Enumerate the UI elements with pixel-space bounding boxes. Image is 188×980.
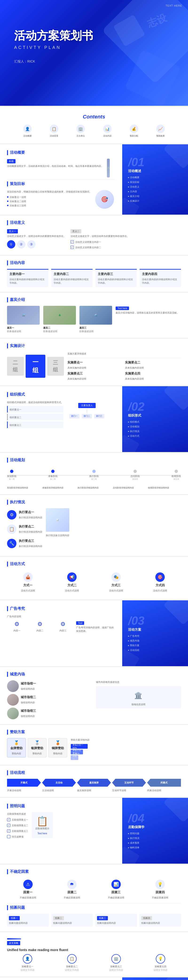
liucheng-flow: 开幕式 主活动 嘉宾致辞 互动环节 闭幕式 xyxy=(7,779,181,787)
shishi-point-4: 实施要点四 具体实施内容说明 xyxy=(125,371,181,380)
guest-grid: 🏙️ 嘉宾一 职务描述说明 🌲 嘉宾二 职务描述说明 🌊 嘉宾三 职务描述说明 … xyxy=(7,306,181,333)
shishi-pt1-title: 实施要点一 xyxy=(67,360,123,364)
contents-icon-2: 📋 xyxy=(50,124,58,133)
zanzu-text: 赞助方案详情内容 xyxy=(71,738,89,741)
gear-icon-1: ⚙ xyxy=(14,621,19,627)
method-text-4: 活动方式说明 xyxy=(142,589,179,592)
flow-label-2: 主活动 xyxy=(45,781,73,784)
content-block-1: 主要内容一 活动主要内容的详细说明和介绍文字内容。 xyxy=(7,269,48,287)
zanzu-two-col: 🥇 金牌赞助 赞助内容 🥈 银牌赞助 赞助内容 🥉 铜牌赞助 赞助内容 赞助方案… xyxy=(7,738,181,760)
pizhi-label-1: 策略要点一 xyxy=(22,965,33,968)
city-desc-2: 场馆说明内容 xyxy=(21,701,36,704)
panel-title-2: 组织形式 xyxy=(128,414,182,418)
tool-here-label: Tool here xyxy=(116,307,129,310)
method-icon-4: 🎯 xyxy=(155,573,165,582)
recruit-text-4: 招募问题说明内容 xyxy=(141,921,179,925)
city-name-2: 城市场馆二 xyxy=(21,695,36,699)
sponsor-text-3: 赞助内容 xyxy=(51,752,65,755)
flow-label-1: 开幕式 xyxy=(10,781,38,784)
uncertain-title-1: 因素一 xyxy=(9,890,47,894)
uncertain-item-3: 📊 因素三 不确定因素说明 xyxy=(95,878,137,901)
guest-tool-col: Tool here 嘉宾介绍详细内容，说明各位嘉宾的背景和主要经历及贡献。 xyxy=(116,306,181,333)
houqin-ct-1: 后勤保障要点一 xyxy=(12,818,28,822)
zanzu-bar-label-3: 资金占比三 25% xyxy=(73,752,78,763)
city-img-1 xyxy=(7,680,19,692)
slide-main-content: 活动内容 主要内容一 活动主要内容的详细说明和介绍文字内容。 主要内容二 活动主… xyxy=(0,256,188,292)
pizhi-icon-row: 👤 策略要点一 说明文字内容 📋 策略要点二 说明文字内容 🏢 策略要点三 说明… xyxy=(7,954,181,972)
mubiao-point2: 目标要点二说明 xyxy=(10,200,26,203)
city-desc-3: 场馆说明内容 xyxy=(21,714,36,718)
timeline-step-2: 准备阶段 第二周 xyxy=(48,470,57,480)
exec-detail-3: 执行要点三 执行情况详细说明内容 xyxy=(19,539,42,548)
zuzhi-point-2: 组织要点二 xyxy=(7,414,64,420)
zuzhi-pt3: 组织要点三 xyxy=(10,424,21,426)
timeline-date-2: 第二周 xyxy=(50,478,56,480)
section-header-zhixing: 执行情况 xyxy=(7,500,181,505)
city-desc-1: 场馆说明内容 xyxy=(21,687,36,690)
check-text-2: 活动意义说明要点内容二 xyxy=(75,246,101,249)
exec-icon-row-2: 📋 执行要点二 执行情况详细说明内容 xyxy=(7,523,42,537)
method-grid: 🎪 方式一 活动方式说明 📢 方式二 活动方式说明 🎭 方式三 活动方式说明 🎯… xyxy=(7,570,181,595)
flow-desc-text-4: 互动环节说明 xyxy=(112,789,146,792)
zhixing-right-col: 📊 执行情况备注说明内容 xyxy=(46,508,69,551)
section-header-advert: 广告考究 xyxy=(7,606,115,611)
guest-desc-2: 职务描述说明 xyxy=(43,329,76,333)
flow-desc-3: 嘉宾致辞说明 xyxy=(77,789,111,792)
guihua-detail-5: 收尾阶段详细说明内容 xyxy=(148,486,181,489)
shishi-pt4-title: 实施要点四 xyxy=(125,371,181,375)
pizhi-layout: 皮支策略 Unified fonts make reading more flu… xyxy=(7,937,181,972)
uncertain-icon-2: 🌧 xyxy=(67,880,76,889)
contents-icon-4: 📊 xyxy=(103,124,112,133)
check-item-2: ✓ 活动意义说明要点内容二 xyxy=(70,246,129,249)
timeline-step-1: 策划阶段 第一周 xyxy=(7,470,16,480)
sponsor-level-2: 🥈 银牌赞助 赞助内容 xyxy=(28,738,46,757)
section-header-method: 活动方式 xyxy=(7,562,181,566)
section-title-guihua: 活动规划 xyxy=(7,458,25,463)
chengshi-box: 🏛️ 场地信息说明 xyxy=(96,686,181,708)
flow-label-3: 嘉宾致辞 xyxy=(80,781,108,784)
yiyi-text1: 活动意义描述文字，说明活动举办的重要性和价值所在。 xyxy=(7,234,66,238)
guest-name-1: 嘉宾一 xyxy=(7,326,40,329)
contents-grid: 👤 活动概要 📋 活动背景 🏢 主办单位 📊 活动内容 💰 预算分配 📈 预期效… xyxy=(14,124,174,137)
houqin-ct-2: 后勤保障要点二 xyxy=(12,824,28,827)
section-title-liucheng: 活动流程 xyxy=(7,770,25,775)
zanzu-right: 赞助方案详情内容 资金占比一 60% 资金占比二 40% 资金占比三 25% xyxy=(71,738,89,760)
guihua-detail-1: 策划阶段详细说明内容 xyxy=(7,486,40,489)
section-title-houqin: 照明问题 xyxy=(7,804,25,809)
method-title-4: 方式四 xyxy=(142,583,179,587)
slide-section5-intro: 成本预算 🚀 项目启动 项目启动说明内容 成本项目一 XXXX元 xyxy=(0,977,188,980)
content-text-4: 活动主要内容的详细说明和介绍文字内容。 xyxy=(142,278,178,285)
pizhi-icon-4: 💡 xyxy=(156,954,165,964)
flow-label-5: 闭幕式 xyxy=(150,781,178,784)
guest-img-1: 🏙️ xyxy=(7,306,40,325)
mubiao-text-col: 策划目标内容，明确活动的核心目标和预期达成的效果，详细描述目标实现路径。 目标要… xyxy=(7,190,92,209)
check-box-2: ✓ xyxy=(70,246,74,249)
content-text-2: 活动主要内容的详细说明和介绍文字内容。 xyxy=(54,278,90,285)
contents-label-5: 预算分配 xyxy=(130,134,138,137)
pizhi-icon-item-4: 💡 策略要点四 说明文字内容 xyxy=(140,954,181,972)
mubiao-text: 策划目标内容，明确活动的核心目标和预期达成的效果，详细描述目标实现路径。 xyxy=(7,190,92,194)
sponsor-text-1: 赞助内容 xyxy=(9,752,24,755)
panel-num-2: /02 xyxy=(128,400,182,414)
org-sub-2: 部门二 xyxy=(82,414,92,418)
gear-item-3: ⚙ 内容三 xyxy=(53,621,73,632)
gear-text-col: Tool 广告考究详细内容说明，描述广告的策划思路。 xyxy=(76,620,115,633)
slide-activity-method: 活动方式 🎪 方式一 活动方式说明 📢 方式二 活动方式说明 🎭 方式三 活动方… xyxy=(0,557,188,600)
method-item-2: 📢 方式二 活动方式说明 xyxy=(51,570,93,595)
section2-right: /02 组织形式 ▸ 组织模式 ▸ 活动规划 ▸ 执行情况 ▸ 活动方式 xyxy=(122,386,188,452)
yiyi-right: 意义二 活动意义描述文字，说明活动举办的重要性和价值所在。 ✓ 活动意义说明要点… xyxy=(70,229,129,250)
flow-step-3: 嘉宾致辞 xyxy=(77,779,111,787)
yiyi-two-col: 意义一 活动意义描述文字，说明活动举办的重要性和价值所在。 ① ② ③ 意义二 … xyxy=(7,229,181,250)
ad-tool-label: Tool xyxy=(76,621,84,625)
method-text-1: 活动方式说明 xyxy=(10,589,46,592)
contents-item-4: 📊 活动内容 xyxy=(98,124,117,137)
contents-label-3: 主办单位 xyxy=(76,134,85,137)
section-title-advert: 广告考究 xyxy=(7,606,25,611)
sponsor-text-2: 赞助内容 xyxy=(30,752,45,755)
liucheng-desc-row: 开幕活动说明 主活动说明 嘉宾致辞说明 互动环节说明 闭幕活动说明 xyxy=(7,789,181,792)
exec-text-1: 执行情况详细说明内容 xyxy=(19,516,42,519)
content-title-2: 主要内容二 xyxy=(54,272,90,276)
guest-col-2: 🌲 嘉宾二 职务描述说明 xyxy=(43,306,76,333)
contents-label-6: 预期效果 xyxy=(156,134,165,137)
pizhi-desc-1: 说明文字内容 xyxy=(21,968,35,972)
